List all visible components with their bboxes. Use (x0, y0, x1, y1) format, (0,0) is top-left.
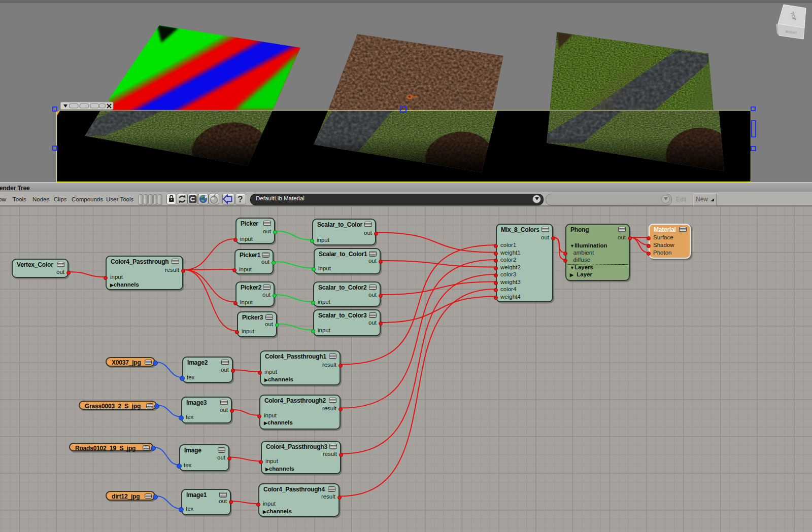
svg-text:C: C (190, 195, 195, 203)
svg-text:?: ? (238, 194, 243, 204)
